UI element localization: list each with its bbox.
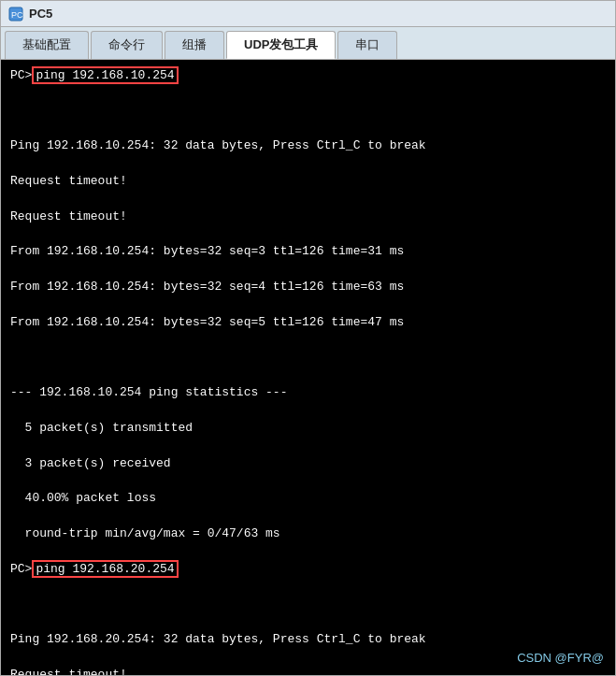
line-received-1: 3 packet(s) received bbox=[10, 455, 606, 473]
svg-text:PC: PC bbox=[11, 10, 23, 20]
line-9: Request timeout! bbox=[10, 667, 606, 675]
line-blank-1 bbox=[10, 103, 606, 121]
prompt-2: PC> bbox=[10, 562, 32, 576]
window-icon: PC bbox=[8, 7, 23, 22]
tab-command-line[interactable]: 命令行 bbox=[91, 31, 163, 59]
line-1: PC>ping 192.168.10.254 bbox=[10, 67, 606, 85]
tab-basic-config[interactable]: 基础配置 bbox=[5, 31, 89, 59]
cmd-1: ping 192.168.10.254 bbox=[32, 66, 178, 84]
line-6: From 192.168.10.254: bytes=32 seq=4 ttl=… bbox=[10, 279, 606, 296]
terminal[interactable]: PC>ping 192.168.10.254 Ping 192.168.10.2… bbox=[1, 60, 615, 675]
window-title: PC5 bbox=[29, 7, 52, 21]
prompt-1: PC> bbox=[10, 68, 32, 82]
line-transmitted-1: 5 packet(s) transmitted bbox=[10, 420, 606, 438]
tab-bar: 基础配置 命令行 组播 UDP发包工具 串口 bbox=[1, 27, 615, 60]
window: PC PC5 基础配置 命令行 组播 UDP发包工具 串口 PC>ping 19… bbox=[0, 0, 616, 676]
line-blank-3 bbox=[10, 596, 606, 613]
line-cmd2: PC>ping 192.168.20.254 bbox=[10, 561, 606, 579]
tab-serial[interactable]: 串口 bbox=[337, 31, 397, 59]
tab-multicast[interactable]: 组播 bbox=[165, 31, 224, 59]
cmd-2: ping 192.168.20.254 bbox=[32, 560, 178, 578]
title-bar: PC PC5 bbox=[1, 1, 615, 27]
line-blank-2 bbox=[10, 350, 606, 367]
line-3: Request timeout! bbox=[10, 173, 606, 191]
tab-udp-tool[interactable]: UDP发包工具 bbox=[226, 31, 336, 59]
terminal-content: PC>ping 192.168.10.254 Ping 192.168.10.2… bbox=[10, 67, 606, 675]
line-4: Request timeout! bbox=[10, 209, 606, 226]
line-loss-1: 40.00% packet loss bbox=[10, 490, 606, 508]
line-stats-1: --- 192.168.10.254 ping statistics --- bbox=[10, 384, 606, 402]
line-7: From 192.168.10.254: bytes=32 seq=5 ttl=… bbox=[10, 314, 606, 332]
line-8: Ping 192.168.20.254: 32 data bytes, Pres… bbox=[10, 631, 606, 649]
watermark: CSDN @FYR@ bbox=[517, 650, 604, 668]
line-rtt-1: round-trip min/avg/max = 0/47/63 ms bbox=[10, 525, 606, 543]
line-5: From 192.168.10.254: bytes=32 seq=3 ttl=… bbox=[10, 243, 606, 261]
line-2: Ping 192.168.10.254: 32 data bytes, Pres… bbox=[10, 137, 606, 155]
